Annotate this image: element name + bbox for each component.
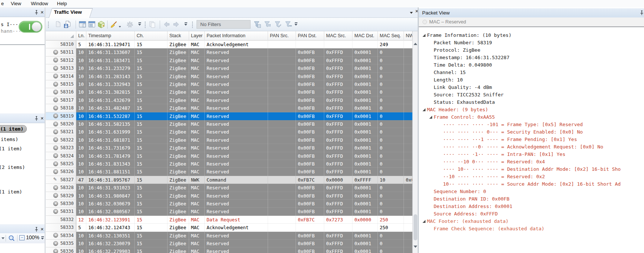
detail-panel-icon[interactable] xyxy=(88,20,96,29)
pin-icon[interactable] xyxy=(639,10,644,16)
filter-values-icon[interactable] xyxy=(264,20,272,29)
column-header-packet-information[interactable]: Packet Information xyxy=(205,31,268,41)
table-row[interactable]: 58310516:46:31.12947115ZigBeeMACAcknowle… xyxy=(46,41,412,48)
column-header-pan-src-[interactable]: PAN Src. xyxy=(268,31,296,41)
row-header[interactable]: 58333 xyxy=(46,224,76,231)
table-row[interactable]: ✕583151016:46:31.33294315ZigBeeMACReserv… xyxy=(46,80,412,88)
tab-title[interactable]: Traffic View xyxy=(54,9,82,15)
row-header[interactable]: ✕58317 xyxy=(46,96,76,104)
column-header-layer[interactable]: Layer xyxy=(189,31,205,41)
packet-tree-line[interactable]: Packet Number: 58319 xyxy=(419,39,644,47)
table-row[interactable]: ✕583141016:46:31.28314315ZigBeeMACReserv… xyxy=(46,73,412,80)
row-header[interactable]: ✕58316 xyxy=(46,88,76,96)
tree-item[interactable]: items) xyxy=(1,137,18,142)
packet-tree-line[interactable]: Frame Control: 0xAA55 xyxy=(419,113,644,121)
table-row[interactable]: ✎583274716:46:31.89576715ZigBeeNWKComman… xyxy=(46,176,412,184)
column-header-ch-[interactable]: Ch. xyxy=(135,31,168,41)
toolbar-grip[interactable] xyxy=(192,21,193,28)
column-header-ln-[interactable]: Ln. xyxy=(76,31,86,41)
prev-packet-icon[interactable] xyxy=(163,20,171,29)
packet-tree-line[interactable]: Source: TICC2532 Sniffer xyxy=(419,91,644,99)
row-header[interactable]: ✕58330 xyxy=(46,200,76,208)
close-icon[interactable]: ✕ xyxy=(39,226,45,232)
close-icon[interactable]: ✕ xyxy=(39,115,45,121)
column-header-mac-src-[interactable]: MAC Src. xyxy=(324,31,353,41)
packet-list-panel-icon[interactable] xyxy=(79,20,87,29)
table-row[interactable]: ✕583111016:46:31.13360715ZigBeeMACReserv… xyxy=(46,48,412,56)
row-header[interactable]: ✕58322 xyxy=(46,136,76,144)
next-packet-icon[interactable] xyxy=(172,20,181,29)
packet-tree-line[interactable]: Timestamp: 16:46:31.532287 xyxy=(419,54,644,61)
pin-icon[interactable] xyxy=(34,10,39,16)
packet-tree-line[interactable]: MAC Header: (9 bytes) xyxy=(419,106,644,113)
menu-item-e[interactable]: e xyxy=(0,0,5,7)
packet-tree-line[interactable]: ···· ··10 0··· ···· = Reserved: 0x4 xyxy=(419,158,644,166)
table-row[interactable]: ✕583291016:46:31.98084715ZigBeeMACReserv… xyxy=(46,192,412,200)
table-row[interactable]: ✕583171016:46:31.43267915ZigBeeMACReserv… xyxy=(46,96,412,104)
table-row[interactable]: ✕583131016:46:31.23327915ZigBeeMACReserv… xyxy=(46,64,412,72)
packet-tree-line[interactable]: ···· ···· ···· ·101 = Frame Type: [0x5] … xyxy=(419,121,644,128)
scrollbar-thumb[interactable] xyxy=(414,214,417,240)
tab-menu-caret-icon[interactable] xyxy=(410,12,413,14)
table-row[interactable]: ✕583181016:46:31.48248715ZigBeeMACReserv… xyxy=(46,104,412,112)
tree-expander-icon[interactable] xyxy=(429,116,432,119)
row-header[interactable]: ✕58335 xyxy=(46,240,76,247)
row-header[interactable]: ✕58320 xyxy=(46,120,76,128)
packet-tree-line[interactable]: Frame Information: (10 bytes) xyxy=(419,32,644,39)
table-row[interactable]: ✕583161016:46:31.38281515ZigBeeMACReserv… xyxy=(46,88,412,96)
decode-cube-icon[interactable] xyxy=(97,20,105,29)
tree-expander-icon[interactable] xyxy=(423,220,425,223)
column-header-timestamp[interactable]: Timestamp xyxy=(86,31,135,41)
column-header-mac-seq-[interactable]: MAC Seq. xyxy=(378,31,404,41)
packet-tree-line[interactable]: 10·· ···· ···· ···· = Source Addr Mode: … xyxy=(419,180,644,188)
row-header[interactable]: ✕58324 xyxy=(46,152,76,160)
row-header[interactable]: ✕58312 xyxy=(46,57,76,64)
row-header[interactable]: ✕58313 xyxy=(46,64,76,72)
row-header[interactable]: ✕58328 xyxy=(46,184,76,192)
row-header[interactable]: ✎58327 xyxy=(46,176,76,184)
table-row[interactable]: ✕583211016:46:31.63199915ZigBeeMACReserv… xyxy=(46,128,412,136)
toolbar-grip[interactable] xyxy=(48,21,49,28)
packet-tree-line[interactable]: Time Delta: 0.049800 xyxy=(419,61,644,69)
edit-filter-icon[interactable] xyxy=(274,20,282,29)
tree-item[interactable]: (2 items) xyxy=(0,164,25,170)
open-file-icon[interactable] xyxy=(54,20,63,29)
dropdown-caret-icon[interactable] xyxy=(1,237,4,239)
row-header[interactable]: ✕58325 xyxy=(46,160,76,168)
toolbar-grip[interactable] xyxy=(144,21,146,28)
menu-item-help[interactable]: Help xyxy=(56,0,68,7)
filter-combobox[interactable]: No Filters xyxy=(197,20,251,29)
row-header[interactable]: ✕58323 xyxy=(46,144,76,152)
column-header-nw[interactable]: NW xyxy=(404,31,412,41)
column-header-pan-dst-[interactable]: PAN Dst. xyxy=(296,31,324,41)
column-header-mac-dst-[interactable]: MAC Dst. xyxy=(353,31,378,41)
packet-tree-line[interactable]: ···· ···· ··0· ···· = Acknowledgement Re… xyxy=(419,143,644,151)
tree-expander-icon[interactable] xyxy=(423,34,425,37)
table-row[interactable]: ✕583191016:46:31.53228715ZigBeeMACReserv… xyxy=(46,112,412,120)
tree-expander-icon[interactable] xyxy=(423,108,425,111)
packet-tree-line[interactable]: Channel: 15 xyxy=(419,69,644,76)
packet-tree-line[interactable]: Length: 10 xyxy=(419,76,644,84)
packet-tree-line[interactable]: ···· 10·· ···· ···· = Destination Addr M… xyxy=(419,166,644,173)
packet-tree-line[interactable]: ···· ···· ·1·· ···· = Intra-PAN: [0x1] Y… xyxy=(419,151,644,158)
table-row[interactable]: ✕583251016:46:31.83134315ZigBeeMACReserv… xyxy=(46,160,412,168)
copy-icon[interactable] xyxy=(149,20,157,29)
table-row[interactable]: ✕583261016:46:31.88115115ZigBeeMACReserv… xyxy=(46,168,412,176)
tree-item[interactable]: (1 item) xyxy=(0,189,22,195)
column-header-stack[interactable]: Stack xyxy=(168,31,189,41)
table-row[interactable]: ✕583121016:46:31.18347115ZigBeeMACReserv… xyxy=(46,57,412,64)
row-header[interactable]: ✕58321 xyxy=(46,128,76,136)
packet-tree-line[interactable]: Link Quality: -4 dBm xyxy=(419,84,644,91)
packet-tree-line[interactable]: MAC Footer: (exhausted data) xyxy=(419,218,644,225)
row-header[interactable]: ✕58318 xyxy=(46,104,76,112)
row-header[interactable]: ✕58336 xyxy=(46,247,76,253)
toggle-switch[interactable] xyxy=(19,21,42,33)
toolbar-overflow-icon[interactable] xyxy=(138,22,141,27)
packet-tree-line[interactable]: Frame Check Sequence: (exhausted data) xyxy=(419,225,644,233)
table-row[interactable]: ✕583361016:46:32.27990315ZigBeeMACReserv… xyxy=(46,247,412,253)
remove-filter-icon[interactable] xyxy=(284,20,293,29)
row-header[interactable]: ✕58329 xyxy=(46,192,76,200)
table-row[interactable]: ✕583231016:46:31.73167915ZigBeeMACReserv… xyxy=(46,144,412,152)
toggle-knob[interactable] xyxy=(32,22,41,32)
menu-item-view[interactable]: View xyxy=(10,0,22,7)
